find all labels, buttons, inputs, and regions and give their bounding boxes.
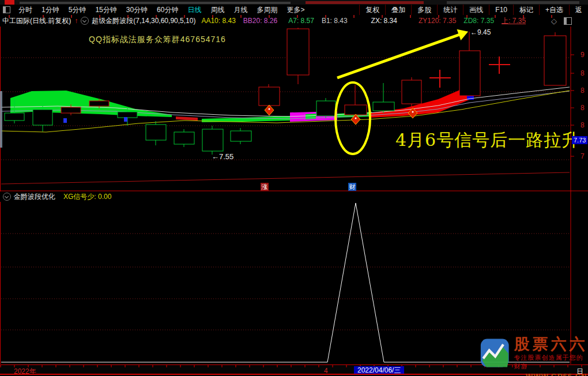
watermark: 股票六六 专注股票创造属于您的财富 --- WWW.GP66.CN --- (480, 336, 588, 376)
price-axis-label: 8 (581, 87, 585, 95)
stock-title[interactable]: 中工国际(日线.前复权) (2, 16, 71, 26)
toolbar-item-4[interactable]: 画线 (463, 5, 489, 15)
collapse-subpanel-icon[interactable] (3, 193, 11, 201)
period-item-4[interactable]: 30分钟 (122, 6, 152, 14)
collapse-indicator-icon[interactable] (81, 17, 89, 25)
watermark-subtitle: 专注股票创造属于您的财富 (514, 354, 588, 371)
titlebar-fragment (306, 1, 424, 4)
period-item-6[interactable]: 日线 (183, 6, 206, 14)
titlebar-fragment (20, 2, 291, 4)
qq-group-annotation: QQ指标战法服务众筹群467654716 (89, 35, 226, 45)
titlebar-app-icon (5, 0, 14, 5)
indicator-title[interactable]: 超级金爵波段(7,14,30,60,90,5,10) (92, 16, 195, 26)
sub-panel-header: 金爵波段优化 XG信号少: 0.00 (0, 191, 570, 202)
toolbar-item-0[interactable]: 复权 (359, 5, 385, 15)
candlestick-chart[interactable] (0, 0, 588, 376)
layout-split-icon[interactable] (3, 6, 10, 13)
indicator-value-3: B1: 8.43 (322, 17, 348, 25)
event-marker[interactable]: 涨 (261, 183, 269, 191)
watermark-logo (480, 336, 510, 370)
toolbar-item-3[interactable]: 统计 (437, 5, 463, 15)
toolbar-item-1[interactable]: 叠加 (385, 5, 411, 15)
toolbar-item-6[interactable]: 标记 (513, 5, 539, 15)
sub-panel-signal-value: XG信号少: 0.00 (63, 192, 111, 202)
period-item-0[interactable]: 分时 (14, 6, 37, 14)
price-axis-label: 7 (581, 152, 585, 160)
toolbar-item-2[interactable]: 多股 (411, 5, 437, 15)
period-toolbar: 分时1分钟5分钟15分钟30分钟60分钟日线周线月线多周期更多> 复权叠加多股统… (0, 5, 588, 16)
indicator-value-4: ZX: 8.34 (371, 17, 397, 25)
period-item-7[interactable]: 周线 (206, 6, 229, 14)
watermark-url: --- WWW.GP66.CN --- (514, 372, 588, 376)
signal-annotation: 4月6号信号后一路拉升 (395, 129, 579, 152)
toolbar-item-8[interactable]: 返 (569, 5, 588, 15)
up-arrow-icon: ↑ (74, 17, 78, 25)
titlebar-fragment (447, 1, 579, 4)
toolbar-item-7[interactable]: +自选 (539, 5, 569, 15)
period-item-10[interactable]: 更多> (282, 6, 309, 14)
price-axis-label: 8 (581, 69, 585, 77)
sub-panel-title[interactable]: 金爵波段优化 (14, 192, 55, 202)
pane-icon[interactable] (564, 17, 572, 25)
indicator-value-0: AA10: 8.43 (201, 17, 235, 25)
period-group-right: 复权叠加多股统计画线F10标记+自选返 (359, 5, 588, 15)
toolbar-item-5[interactable]: F10 (489, 5, 513, 15)
info-right-icons: ◇ (551, 17, 572, 25)
high-price-label: ←9.45 (470, 28, 491, 36)
indicator-value-5: ZY120: 7.35 (419, 17, 456, 25)
period-item-2[interactable]: 5分钟 (64, 6, 91, 14)
period-item-5[interactable]: 60分钟 (152, 6, 183, 14)
period-item-1[interactable]: 1分钟 (37, 6, 64, 14)
period-item-9[interactable]: 多周期 (252, 6, 282, 14)
indicator-value-6: ZD8: 7.35 (463, 17, 494, 25)
watermark-text: 股票六六 专注股票创造属于您的财富 --- WWW.GP66.CN --- (514, 336, 588, 376)
event-marker[interactable]: 财 (348, 183, 356, 191)
indicator-value-2: A7: 8.57 (288, 17, 314, 25)
indicator-value-7: 上: 7.35 (502, 16, 526, 26)
indicator-values: AA10: 8.43BB20: 8.26A7: 8.57B1: 8.43ZX: … (201, 16, 533, 26)
period-group-left: 分时1分钟5分钟15分钟30分钟60分钟日线周线月线多周期更多> (14, 5, 309, 15)
titlebar-sliver (0, 0, 588, 5)
indicator-value-1: BB20: 8.26 (243, 17, 277, 25)
price-axis-label: 8 (581, 121, 585, 129)
price-axis-label: 8 (581, 104, 585, 112)
period-item-3[interactable]: 15分钟 (91, 6, 121, 14)
diamond-icon[interactable]: ◇ (551, 17, 557, 25)
price-axis-label: 9 (581, 51, 585, 59)
watermark-title: 股票六六 (514, 336, 588, 352)
low-price-label: ←7.55 (212, 152, 233, 161)
info-bar: 中工国际(日线.前复权) ↑ 超级金爵波段(7,14,30,60,90,5,10… (0, 15, 588, 27)
current-price-badge: 7.73 (572, 136, 587, 144)
period-item-8[interactable]: 月线 (229, 6, 252, 14)
